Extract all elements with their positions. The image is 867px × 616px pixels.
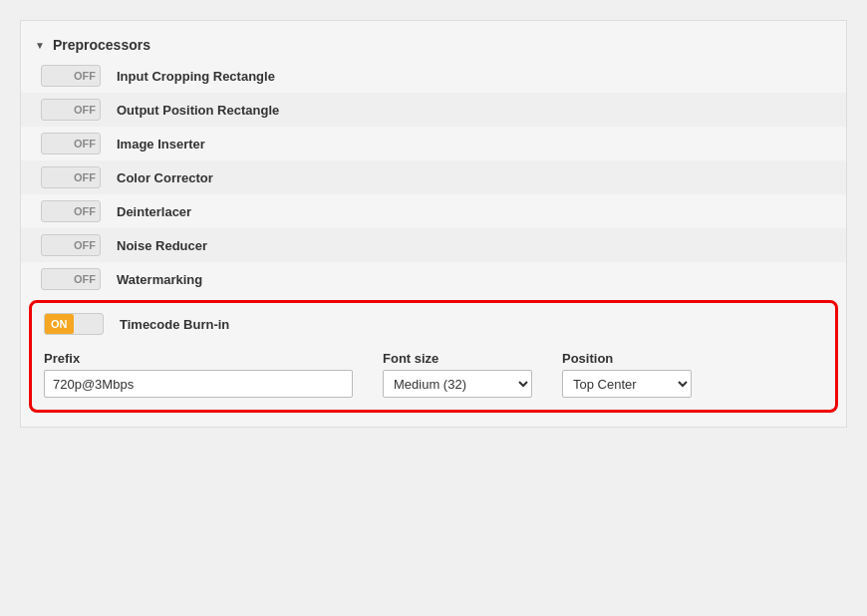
font-size-select[interactable]: Small (16) Medium (32) Large (48) Extra …: [383, 370, 532, 398]
row-image-inserter: OFF Image Inserter: [21, 127, 846, 160]
prefix-label: Prefix: [44, 351, 353, 366]
watermarking-toggle-label: OFF: [74, 273, 100, 285]
position-select[interactable]: Top Center Top Left Top Right Middle Lef…: [562, 370, 692, 398]
row-input-cropping: OFF Input Cropping Rectangle: [21, 59, 846, 93]
row-noise-reducer: OFF Noise Reducer: [21, 228, 846, 262]
output-position-toggle[interactable]: OFF: [41, 99, 101, 121]
color-corrector-label: Color Corrector: [117, 170, 213, 185]
font-size-field-group: Font size Small (16) Medium (32) Large (…: [383, 351, 532, 398]
noise-reducer-toggle[interactable]: OFF: [41, 234, 101, 256]
output-position-label: Output Position Rectangle: [117, 103, 279, 118]
timecode-burnin-section: ON Timecode Burn-in Prefix Font size Sma…: [29, 300, 838, 413]
image-inserter-toggle[interactable]: OFF: [41, 133, 101, 154]
image-inserter-label: Image Inserter: [117, 137, 205, 152]
row-output-position: OFF Output Position Rectangle: [21, 93, 846, 127]
row-deinterlacer: OFF Deinterlacer: [21, 194, 846, 228]
timecode-toggle-on-label: ON: [45, 314, 74, 334]
timecode-toggle[interactable]: ON: [44, 313, 104, 335]
row-watermarking: OFF Watermarking: [21, 262, 846, 296]
input-cropping-toggle-label: OFF: [74, 70, 100, 82]
color-corrector-toggle-label: OFF: [74, 171, 100, 183]
prefix-input[interactable]: [44, 370, 353, 398]
watermarking-label: Watermarking: [117, 272, 202, 287]
timecode-fields: Prefix Font size Small (16) Medium (32) …: [44, 351, 823, 398]
image-inserter-toggle-label: OFF: [74, 138, 100, 150]
deinterlacer-label: Deinterlacer: [117, 204, 191, 219]
font-size-label: Font size: [383, 351, 532, 366]
input-cropping-label: Input Cropping Rectangle: [117, 69, 275, 84]
timecode-row: ON Timecode Burn-in: [44, 309, 823, 343]
position-label: Position: [562, 351, 692, 366]
deinterlacer-toggle[interactable]: OFF: [41, 200, 101, 222]
collapse-icon: ▼: [35, 40, 45, 51]
preprocessors-panel: ▼ Preprocessors OFF Input Cropping Recta…: [20, 20, 847, 428]
watermarking-toggle[interactable]: OFF: [41, 268, 101, 290]
section-header[interactable]: ▼ Preprocessors: [21, 31, 846, 59]
noise-reducer-toggle-label: OFF: [74, 239, 100, 251]
row-color-corrector: OFF Color Corrector: [21, 160, 846, 194]
output-position-toggle-label: OFF: [74, 104, 100, 116]
color-corrector-toggle[interactable]: OFF: [41, 166, 101, 188]
position-field-group: Position Top Center Top Left Top Right M…: [562, 351, 692, 398]
timecode-label: Timecode Burn-in: [120, 317, 229, 332]
deinterlacer-toggle-label: OFF: [74, 205, 100, 217]
noise-reducer-label: Noise Reducer: [117, 238, 207, 253]
section-title: Preprocessors: [53, 37, 150, 53]
input-cropping-toggle[interactable]: OFF: [41, 65, 101, 87]
prefix-field-group: Prefix: [44, 351, 353, 398]
